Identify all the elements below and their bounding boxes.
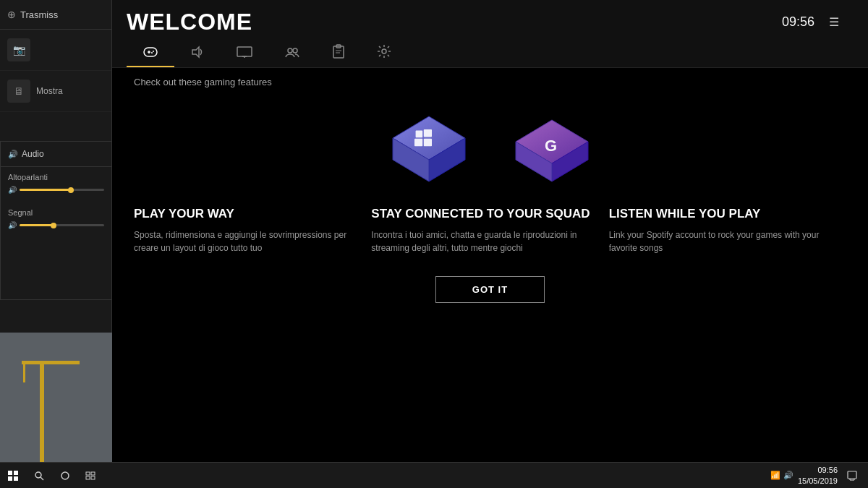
camera-icon: 📷 (7, 38, 30, 61)
start-button[interactable] (0, 463, 26, 489)
nav-item-settings[interactable] (361, 35, 407, 67)
cortana-button[interactable] (52, 463, 78, 489)
feature-2-title: STAY CONNECTED TO YOUR SQUAD (371, 207, 594, 221)
svg-rect-8 (23, 361, 25, 382)
feature-3-desc: Link your Spotify account to rock your g… (609, 228, 832, 254)
svg-rect-7 (22, 361, 80, 364)
audio-title: Audio (22, 149, 44, 159)
desktop-background: ⊕ Trasmiss 📷 🖥 Mostra 🔊 Audio Altoparlan… (0, 0, 868, 488)
signal-slider-thumb (51, 223, 56, 228)
svg-rect-37 (8, 471, 12, 475)
search-icon (34, 471, 44, 481)
nav-item-gamepad[interactable] (127, 37, 174, 67)
svg-rect-39 (8, 476, 12, 481)
taskbar: 📶 🔊 09:56 15/05/2019 (0, 462, 868, 488)
windows-key-svg (378, 102, 480, 185)
nav-item-squad[interactable] (268, 37, 316, 67)
svg-rect-47 (91, 476, 95, 479)
volume-taskbar-icon: 🔊 (783, 471, 793, 480)
notification-icon (847, 471, 857, 481)
svg-rect-6 (40, 361, 44, 462)
taskbar-system-icons: 📶 🔊 (770, 471, 793, 480)
feature-2-desc: Incontra i tuoi amici, chatta e guarda l… (371, 228, 594, 254)
hamburger-menu-icon[interactable]: ☰ (829, 15, 839, 29)
start-icon (7, 470, 19, 481)
taskbar-time-display: 09:56 15/05/2019 (798, 465, 838, 486)
audio-nav-icon (190, 46, 205, 59)
svg-text:G: G (545, 137, 557, 155)
svg-rect-40 (14, 476, 18, 481)
signal-label: Segnal (8, 208, 104, 217)
display-icon (237, 46, 252, 59)
nav-item-display[interactable] (221, 37, 268, 67)
audio-panel: 🔊 Audio Altoparlanti 🔊 Segnal 🔊 (0, 141, 112, 300)
modal-navbar (112, 35, 868, 68)
modal-header-row: WELCOME 09:56 ☰ (112, 0, 868, 35)
svg-rect-44 (86, 472, 90, 475)
svg-rect-48 (848, 471, 856, 479)
left-panel-item-camera[interactable]: 📷 (0, 30, 111, 71)
speakers-slider-thumb (68, 187, 74, 193)
features-section: PLAY YOUR WAY Sposta, ridimensiona e agg… (112, 192, 868, 262)
nav-item-audio[interactable] (174, 37, 221, 67)
g-key-svg: G (501, 109, 603, 185)
got-it-container: GOT IT (112, 262, 868, 314)
taskbar-right: 📶 🔊 09:56 15/05/2019 (770, 465, 868, 486)
left-panel-header: ⊕ Trasmiss (0, 0, 111, 30)
squad-icon (284, 46, 300, 59)
wifi-icon: 📶 (770, 471, 780, 480)
broadcast-icon: ⊕ (7, 9, 16, 20)
gamepad-icon (142, 46, 158, 59)
signal-slider-row: 🔊 (8, 221, 104, 229)
task-view-button[interactable] (78, 463, 104, 489)
svg-point-41 (35, 472, 41, 478)
settings-icon (377, 44, 391, 59)
cortana-icon (60, 471, 70, 481)
left-panel-title: Trasmiss (20, 9, 58, 20)
svg-point-25 (382, 49, 386, 53)
svg-rect-16 (237, 47, 252, 56)
signal-slider[interactable] (20, 224, 104, 226)
speakers-slider-row: 🔊 (8, 186, 104, 194)
modal-overlay: WELCOME 09:56 ☰ (112, 0, 868, 462)
task-view-icon (85, 471, 97, 480)
svg-rect-31 (414, 139, 422, 146)
volume-icon-small: 🔊 (8, 186, 17, 194)
taskbar-date-value: 15/05/2019 (798, 476, 838, 486)
audio-section-signal: Segnal 🔊 (1, 202, 111, 238)
svg-line-42 (41, 477, 43, 480)
speakers-slider[interactable] (20, 189, 104, 191)
feature-col-1: PLAY YOUR WAY Sposta, ridimensiona e agg… (134, 207, 371, 254)
left-panel-item-mostra[interactable]: 🖥 Mostra (0, 71, 111, 112)
keys-illustration: G (112, 87, 868, 192)
svg-marker-15 (192, 47, 199, 57)
feature-col-2: STAY CONNECTED TO YOUR SQUAD Incontra i … (371, 207, 608, 254)
svg-point-43 (61, 472, 69, 479)
feature-col-3: LISTEN WHILE YOU PLAY Link your Spotify … (609, 207, 846, 254)
feature-3-title: LISTEN WHILE YOU PLAY (609, 207, 832, 221)
svg-rect-32 (423, 139, 431, 146)
modal-subtitle: Check out these gaming features (112, 68, 868, 87)
svg-point-14 (151, 52, 153, 53)
audio-section-speakers: Altoparlanti 🔊 (1, 167, 111, 202)
monitor-icon: 🖥 (7, 80, 30, 103)
svg-point-19 (288, 48, 292, 53)
svg-point-13 (153, 51, 154, 52)
audio-panel-header: 🔊 Audio (1, 142, 111, 167)
modal-time: 09:56 (782, 14, 814, 30)
left-panel-item-label: Mostra (36, 86, 63, 96)
clipboard-icon (332, 44, 345, 59)
svg-rect-38 (14, 471, 18, 475)
audio-icon: 🔊 (8, 150, 18, 159)
svg-point-20 (293, 48, 297, 53)
notification-button[interactable] (842, 466, 862, 486)
svg-rect-46 (86, 476, 90, 479)
svg-rect-29 (415, 131, 422, 138)
svg-rect-45 (91, 472, 95, 475)
feature-1-title: PLAY YOUR WAY (134, 207, 357, 221)
modal-title: WELCOME (127, 9, 252, 35)
got-it-button[interactable]: GOT IT (435, 276, 545, 303)
nav-item-clipboard[interactable] (316, 35, 361, 67)
search-button[interactable] (26, 463, 52, 489)
svg-rect-30 (423, 129, 431, 137)
